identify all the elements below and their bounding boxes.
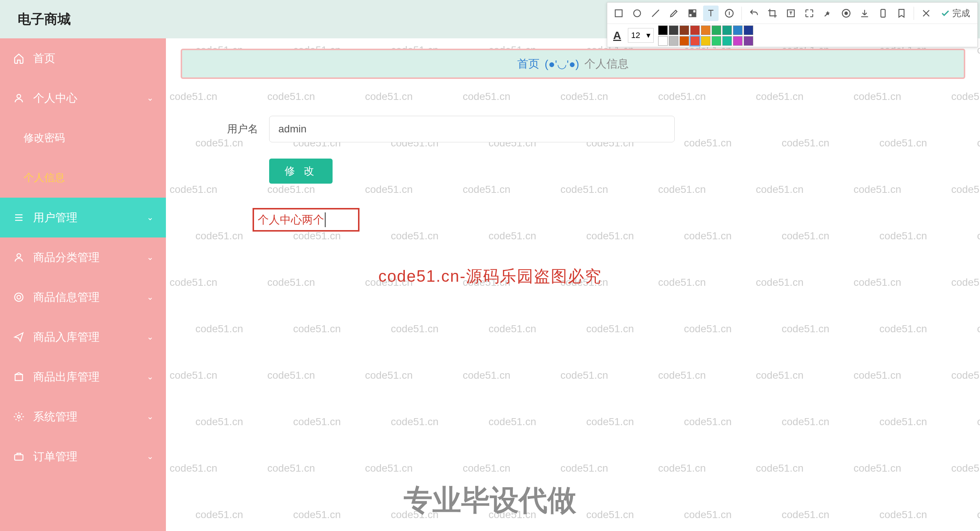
font-style-icon[interactable]: A xyxy=(611,29,624,42)
palette-row-1 xyxy=(658,25,753,35)
pencil-tool-icon[interactable] xyxy=(666,6,682,21)
nav-label: 修改密码 xyxy=(24,131,65,145)
color-swatch[interactable] xyxy=(733,25,743,35)
svg-point-3 xyxy=(17,296,21,299)
breadcrumb: 首页 (●'◡'●) 个人信息 xyxy=(181,49,965,79)
svg-point-5 xyxy=(18,415,20,418)
chevron-down-icon: ⌄ xyxy=(147,412,153,421)
color-swatch[interactable] xyxy=(669,36,678,46)
form-card: 用户名 修 改 xyxy=(181,101,965,206)
center-watermark-text: code51.cn-源码乐园盗图必究 xyxy=(378,266,602,287)
color-swatch[interactable] xyxy=(744,36,753,46)
color-swatch[interactable] xyxy=(690,36,700,46)
color-swatch[interactable] xyxy=(701,25,711,35)
sidebar: 电子商城 首页个人中心⌄修改密码个人信息用户管理⌄商品分类管理⌄商品信息管理⌄商… xyxy=(0,0,166,531)
done-label: 完成 xyxy=(952,7,970,19)
nav-item-8[interactable]: 商品出库管理⌄ xyxy=(0,357,166,397)
undo-icon[interactable] xyxy=(746,6,762,21)
nav-label: 订单管理 xyxy=(33,449,78,464)
nav-item-2[interactable]: 修改密码 xyxy=(0,118,166,158)
check-icon xyxy=(940,8,950,18)
svg-rect-7 xyxy=(616,10,622,17)
nav-item-7[interactable]: 商品入库管理⌄ xyxy=(0,317,166,357)
palette-row-2 xyxy=(658,36,753,46)
download-icon[interactable] xyxy=(857,6,872,21)
font-size-select[interactable]: 12 ▾ xyxy=(628,28,654,43)
breadcrumb-current: 个人信息 xyxy=(584,56,628,72)
color-swatch[interactable] xyxy=(690,25,700,35)
color-swatch[interactable] xyxy=(722,36,732,46)
color-swatch[interactable] xyxy=(744,25,753,35)
device-icon[interactable] xyxy=(875,6,891,21)
case-icon xyxy=(13,450,25,463)
color-swatch[interactable] xyxy=(733,36,743,46)
mosaic-tool-icon[interactable] xyxy=(685,6,700,21)
color-swatch[interactable] xyxy=(711,25,721,35)
line-tool-icon[interactable] xyxy=(648,6,663,21)
color-swatch[interactable] xyxy=(679,25,689,35)
target-icon xyxy=(13,291,25,304)
username-input[interactable] xyxy=(269,116,675,142)
menu-icon xyxy=(13,211,25,224)
expand-icon[interactable] xyxy=(802,6,817,21)
record-icon[interactable] xyxy=(838,6,854,21)
color-swatch[interactable] xyxy=(669,25,678,35)
counter-tool-icon[interactable] xyxy=(722,6,737,21)
nav-label: 首页 xyxy=(33,51,55,66)
nav-item-3[interactable]: 个人信息 xyxy=(0,158,166,198)
chevron-down-icon: ⌄ xyxy=(147,452,153,461)
svg-rect-11 xyxy=(689,14,692,17)
chevron-down-icon: ⌄ xyxy=(147,93,153,103)
svg-rect-6 xyxy=(15,455,23,460)
crop-icon[interactable] xyxy=(765,6,780,21)
svg-rect-17 xyxy=(881,9,885,17)
close-icon[interactable] xyxy=(918,6,934,21)
font-size-value: 12 xyxy=(631,30,640,40)
svg-rect-12 xyxy=(693,14,696,17)
nav-list: 首页个人中心⌄修改密码个人信息用户管理⌄商品分类管理⌄商品信息管理⌄商品入库管理… xyxy=(0,38,166,477)
breadcrumb-sep: (●'◡'●) xyxy=(544,57,579,70)
nav-item-0[interactable]: 首页 xyxy=(0,38,166,78)
nav-label: 商品信息管理 xyxy=(33,290,100,305)
color-swatch[interactable] xyxy=(658,25,668,35)
editor-toolbar: 完成 A 12 ▾ xyxy=(607,2,978,47)
editor-style-row: A 12 ▾ xyxy=(607,24,977,47)
editor-tools-row: 完成 xyxy=(607,3,977,24)
bottom-caption: 专业毕设代做 xyxy=(404,481,576,520)
color-swatch[interactable] xyxy=(658,36,668,46)
toolbar-sep xyxy=(914,6,914,20)
rect-tool-icon[interactable] xyxy=(611,6,627,21)
svg-point-16 xyxy=(844,11,848,15)
text-tool-icon[interactable] xyxy=(703,6,719,21)
submit-button[interactable]: 修 改 xyxy=(269,159,332,184)
nav-item-5[interactable]: 商品分类管理⌄ xyxy=(0,237,166,277)
pin-icon[interactable] xyxy=(820,6,835,21)
color-swatch[interactable] xyxy=(722,25,732,35)
nav-item-9[interactable]: 系统管理⌄ xyxy=(0,397,166,437)
breadcrumb-wrap: 首页 (●'◡'●) 个人信息 xyxy=(181,49,965,79)
ellipse-tool-icon[interactable] xyxy=(629,6,645,21)
send-icon xyxy=(13,331,25,343)
svg-rect-4 xyxy=(15,375,22,380)
svg-point-0 xyxy=(17,94,21,98)
color-swatch[interactable] xyxy=(701,36,711,46)
chevron-down-icon: ⌄ xyxy=(147,253,153,262)
chevron-down-icon: ⌄ xyxy=(147,372,153,382)
ocr-icon[interactable] xyxy=(783,6,799,21)
chevron-down-icon: ⌄ xyxy=(147,332,153,342)
svg-rect-9 xyxy=(689,10,692,13)
bookmark-icon[interactable] xyxy=(894,6,909,21)
nav-item-1[interactable]: 个人中心⌄ xyxy=(0,78,166,118)
username-label: 用户名 xyxy=(218,122,258,136)
nav-item-4[interactable]: 用户管理⌄ xyxy=(0,198,166,237)
breadcrumb-home[interactable]: 首页 xyxy=(517,56,539,72)
home-icon xyxy=(13,52,25,65)
submit-row: 修 改 xyxy=(218,159,928,184)
color-swatch[interactable] xyxy=(711,36,721,46)
nav-item-6[interactable]: 商品信息管理⌄ xyxy=(0,277,166,317)
nav-label: 个人信息 xyxy=(24,171,65,185)
color-swatch[interactable] xyxy=(679,36,689,46)
nav-item-10[interactable]: 订单管理⌄ xyxy=(0,437,166,477)
done-button[interactable]: 完成 xyxy=(937,7,974,19)
nav-label: 系统管理 xyxy=(33,409,78,424)
